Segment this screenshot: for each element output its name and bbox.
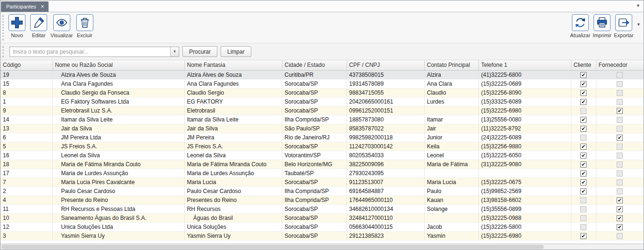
cliente-checkbox[interactable] [580,215,586,221]
fornecedor-checkbox[interactable] [617,72,623,78]
cell-fantasia: Yasmin Sierra Uy [184,231,282,240]
cliente-checkbox[interactable] [580,108,586,114]
table-row[interactable]: 15Ana Clara FagundesAna Clara FagundesSo… [0,79,644,88]
table-row[interactable]: 11RH Recursos e Pessoas LtdaRH RecursosS… [0,204,644,213]
table-row[interactable]: 6JM Pereira LtdaJM PereiraRio de Janeiro… [0,133,644,142]
limpar-button[interactable]: Limpar [221,46,251,57]
cliente-checkbox[interactable]: ✔ [580,153,586,159]
cliente-checkbox[interactable]: ✔ [580,99,586,105]
table-row[interactable]: 7Maria Lucia Pires CavalcanteMaria Lucia… [0,177,644,186]
search-input[interactable] [10,47,170,56]
fornecedor-checkbox[interactable]: ✔ [617,206,623,212]
table-row[interactable]: 9Eletrobrasil Luz S.A.EletrobrasilSoroca… [0,106,644,115]
cliente-checkbox[interactable]: ✔ [580,90,586,96]
table-row[interactable]: 16Leonel da SilvaLeonel da SilvaVotorant… [0,151,644,160]
imprimir-button[interactable]: Imprimir [591,14,613,39]
fornecedor-checkbox[interactable] [617,90,623,96]
cliente-checkbox[interactable]: ✔ [580,233,586,239]
fornecedor-checkbox[interactable] [617,126,623,132]
table-row[interactable]: 17Maria de Lurdes AssunçãoMaria de Lurde… [0,169,644,177]
cell-cpf: 27930243095 [347,169,424,177]
fornecedor-checkbox[interactable] [617,153,623,159]
table-row[interactable]: 18Maria de Fátima Miranda CoutoMaria de … [0,160,644,169]
novo-button[interactable]: Novo [6,14,28,39]
tab-list-dropdown-icon[interactable]: ▼ [636,3,640,8]
cliente-checkbox[interactable] [580,135,586,141]
cliente-checkbox[interactable]: ✔ [580,170,586,177]
fornecedor-checkbox[interactable] [617,233,623,239]
cliente-checkbox[interactable]: ✔ [580,81,586,87]
cell-fantasia: Maria Lucia [184,177,282,186]
cell-cliente: ✔ [571,177,596,186]
cliente-checkbox[interactable] [580,206,586,212]
novo-label: Novo [11,32,23,38]
visualizar-button[interactable]: Visualizar [50,14,74,39]
toolbar-overflow-icon[interactable]: ▼ [636,22,641,27]
fornecedor-checkbox[interactable]: ✔ [617,197,623,203]
cliente-checkbox[interactable] [580,224,586,230]
column-header[interactable]: Cliente [571,60,596,70]
table-row[interactable]: 19Alzira Alves de SouzaAlzira Alves de S… [0,70,644,79]
cell-codigo: 7 [0,177,52,186]
horizontal-scrollbar[interactable] [0,244,644,250]
cliente-checkbox[interactable]: ✔ [580,126,586,132]
table-row[interactable]: 13Jair da SilvaJair da SilvaSão Paulo/SP… [0,124,644,133]
fornecedor-checkbox[interactable] [617,170,623,177]
pencil-icon [30,14,47,31]
table-row[interactable]: 10Saneamento Águas do Brasil S.A. Águas … [0,213,644,222]
table-row[interactable]: 12Unica Soluções LtdaUnica SoluçõesSoroc… [0,222,644,231]
fornecedor-checkbox[interactable] [617,99,623,105]
cliente-checkbox[interactable]: ✔ [580,188,586,194]
fornecedor-checkbox[interactable]: ✔ [617,108,623,114]
atualizar-button[interactable]: Atualizar [569,14,591,39]
column-header[interactable]: Nome ou Razão Social [52,60,184,70]
table-row[interactable]: 5JS Freios S.A.JS Freios S.A.Sorocaba/SP… [0,142,644,151]
column-header[interactable]: Telefone 1 [479,60,571,70]
exportar-button[interactable]: Exportar [613,14,635,39]
fornecedor-checkbox[interactable] [617,161,623,168]
fornecedor-checkbox[interactable]: ✔ [617,135,623,141]
cell-contato: Solange [424,204,479,213]
fornecedor-checkbox[interactable] [617,81,623,87]
refresh-icon [572,14,589,31]
table-row[interactable]: 14Itamar da Silva LeiteItamar da Silva L… [0,115,644,124]
procurar-button[interactable]: Procurar [182,46,217,57]
cell-codigo: 3 [0,231,52,240]
table-row[interactable]: 2Paulo Cesar CardosoPaulo Cesar CardosoI… [0,186,644,195]
cell-telefone [479,169,571,177]
editar-label: Editar [32,32,46,38]
table-row[interactable]: 3Yasmin Sierra UyYasmin Sierra UySorocab… [0,231,644,240]
scrollbar-thumb[interactable] [1,245,544,249]
fornecedor-checkbox[interactable] [617,117,623,123]
fornecedor-checkbox[interactable] [617,144,623,150]
fornecedor-checkbox[interactable]: ✔ [617,215,623,221]
column-header[interactable]: Código [0,60,52,70]
cliente-checkbox[interactable]: ✔ [580,179,586,185]
cliente-checkbox[interactable]: ✔ [580,117,586,123]
cliente-checkbox[interactable]: ✔ [580,161,586,168]
column-header[interactable]: Fornecedor [596,60,644,70]
close-icon[interactable]: × [41,4,44,9]
excluir-button[interactable]: Excluir [74,14,96,39]
cliente-checkbox[interactable] [580,197,586,203]
table-row[interactable]: 1EG Faktory Softwares LtdaEG FAKTORYSoro… [0,97,644,106]
cell-codigo: 4 [0,195,52,204]
cliente-checkbox[interactable]: ✔ [580,72,586,78]
column-header[interactable]: Contato Principal [424,60,479,70]
column-header[interactable]: Nome Fantasia [184,60,282,70]
editar-button[interactable]: Editar [28,14,50,39]
column-header[interactable]: Cidade / Estado [282,60,347,70]
searchbar-grip[interactable] [2,46,4,57]
fornecedor-checkbox[interactable] [617,179,623,185]
combo-dropdown-icon[interactable]: ▼ [170,47,179,56]
tab-participantes[interactable]: Participantes × [1,1,49,12]
cliente-checkbox[interactable]: ✔ [580,144,586,150]
toolbar-grip[interactable] [2,15,4,40]
table-row[interactable]: 4Presente do ReinoPresentes do ReinoIlha… [0,195,644,204]
fornecedor-checkbox[interactable] [617,188,623,194]
cell-cpf: 18857873080 [347,115,424,124]
cell-fornecedor: ✔ [596,204,644,213]
column-header[interactable]: CPF / CNPJ [347,60,424,70]
fornecedor-checkbox[interactable]: ✔ [617,224,623,230]
table-row[interactable]: 8Claudio Sergio da FonsecaClaudio Sergio… [0,88,644,97]
